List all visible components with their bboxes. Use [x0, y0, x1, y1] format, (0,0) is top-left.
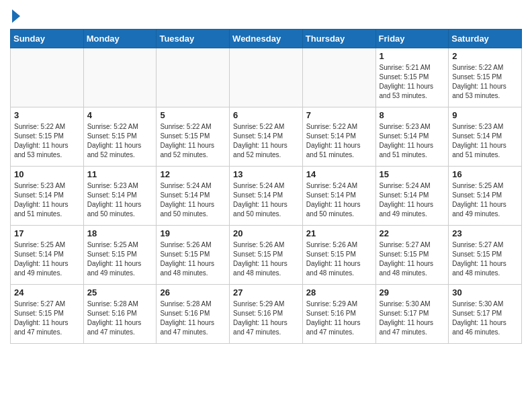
day-info: Sunrise: 5:22 AMSunset: 5:14 PMDaylight:… [306, 122, 372, 160]
calendar-cell [302, 48, 375, 107]
calendar-cell: 13Sunrise: 5:24 AMSunset: 5:14 PMDayligh… [230, 166, 303, 225]
day-info: Sunrise: 5:23 AMSunset: 5:14 PMDaylight:… [452, 122, 518, 160]
calendar-cell: 17Sunrise: 5:25 AMSunset: 5:14 PMDayligh… [11, 225, 84, 284]
calendar-table: SundayMondayTuesdayWednesdayThursdayFrid… [10, 29, 522, 344]
weekday-header-saturday: Saturday [449, 29, 522, 48]
day-number: 1 [380, 51, 445, 61]
day-info: Sunrise: 5:22 AMSunset: 5:15 PMDaylight:… [160, 122, 226, 160]
day-number: 23 [452, 228, 518, 238]
day-info: Sunrise: 5:28 AMSunset: 5:16 PMDaylight:… [160, 300, 226, 337]
calendar-cell: 26Sunrise: 5:28 AMSunset: 5:16 PMDayligh… [157, 284, 230, 343]
calendar-cell: 7Sunrise: 5:22 AMSunset: 5:14 PMDaylight… [302, 107, 375, 166]
header [10, 7, 522, 24]
calendar-cell: 9Sunrise: 5:23 AMSunset: 5:14 PMDaylight… [449, 107, 522, 166]
calendar-cell: 5Sunrise: 5:22 AMSunset: 5:15 PMDaylight… [157, 107, 230, 166]
day-number: 30 [452, 287, 518, 298]
day-info: Sunrise: 5:29 AMSunset: 5:16 PMDaylight:… [233, 300, 299, 337]
day-number: 20 [233, 228, 299, 238]
day-number: 4 [87, 110, 153, 120]
logo [10, 10, 20, 24]
day-number: 12 [160, 169, 226, 179]
weekday-header-wednesday: Wednesday [230, 29, 303, 48]
logo-icon [12, 9, 20, 23]
day-number: 5 [160, 110, 226, 120]
day-info: Sunrise: 5:30 AMSunset: 5:17 PMDaylight:… [380, 300, 445, 337]
day-info: Sunrise: 5:27 AMSunset: 5:15 PMDaylight:… [380, 240, 445, 278]
week-row-2: 3Sunrise: 5:22 AMSunset: 5:15 PMDaylight… [11, 107, 522, 166]
week-row-4: 17Sunrise: 5:25 AMSunset: 5:14 PMDayligh… [11, 225, 522, 284]
logo-area [10, 7, 20, 24]
day-info: Sunrise: 5:23 AMSunset: 5:14 PMDaylight:… [14, 181, 80, 219]
day-number: 25 [87, 287, 153, 298]
day-number: 29 [380, 287, 445, 298]
day-info: Sunrise: 5:25 AMSunset: 5:14 PMDaylight:… [452, 181, 518, 219]
day-number: 11 [87, 169, 153, 179]
day-number: 14 [306, 169, 372, 179]
day-info: Sunrise: 5:27 AMSunset: 5:15 PMDaylight:… [452, 240, 518, 278]
day-number: 13 [233, 169, 299, 179]
calendar-cell: 25Sunrise: 5:28 AMSunset: 5:16 PMDayligh… [83, 284, 157, 343]
day-info: Sunrise: 5:29 AMSunset: 5:16 PMDaylight:… [306, 300, 372, 337]
day-info: Sunrise: 5:22 AMSunset: 5:14 PMDaylight:… [233, 122, 299, 160]
calendar-cell: 19Sunrise: 5:26 AMSunset: 5:15 PMDayligh… [157, 225, 230, 284]
day-number: 24 [14, 287, 80, 298]
day-number: 7 [306, 110, 372, 120]
day-info: Sunrise: 5:24 AMSunset: 5:14 PMDaylight:… [160, 181, 226, 219]
day-info: Sunrise: 5:22 AMSunset: 5:15 PMDaylight:… [87, 122, 153, 160]
weekday-header-thursday: Thursday [302, 29, 375, 48]
weekday-header-friday: Friday [375, 29, 449, 48]
calendar-cell: 2Sunrise: 5:22 AMSunset: 5:15 PMDaylight… [449, 48, 522, 107]
day-number: 3 [14, 110, 80, 120]
calendar-cell: 24Sunrise: 5:27 AMSunset: 5:15 PMDayligh… [11, 284, 84, 343]
week-row-3: 10Sunrise: 5:23 AMSunset: 5:14 PMDayligh… [11, 166, 522, 225]
weekday-header-row: SundayMondayTuesdayWednesdayThursdayFrid… [11, 29, 522, 48]
calendar-cell: 16Sunrise: 5:25 AMSunset: 5:14 PMDayligh… [449, 166, 522, 225]
calendar-cell: 30Sunrise: 5:30 AMSunset: 5:17 PMDayligh… [449, 284, 522, 343]
day-number: 6 [233, 110, 299, 120]
day-info: Sunrise: 5:28 AMSunset: 5:16 PMDaylight:… [87, 300, 153, 337]
day-number: 9 [452, 110, 518, 120]
calendar-cell: 1Sunrise: 5:21 AMSunset: 5:15 PMDaylight… [375, 48, 449, 107]
day-number: 26 [160, 287, 226, 298]
calendar-cell: 10Sunrise: 5:23 AMSunset: 5:14 PMDayligh… [11, 166, 84, 225]
calendar-cell: 18Sunrise: 5:25 AMSunset: 5:15 PMDayligh… [83, 225, 157, 284]
page: SundayMondayTuesdayWednesdayThursdayFrid… [0, 0, 532, 354]
calendar-cell: 3Sunrise: 5:22 AMSunset: 5:15 PMDaylight… [11, 107, 84, 166]
calendar-cell: 28Sunrise: 5:29 AMSunset: 5:16 PMDayligh… [302, 284, 375, 343]
calendar-cell: 21Sunrise: 5:26 AMSunset: 5:15 PMDayligh… [302, 225, 375, 284]
day-number: 16 [452, 169, 518, 179]
calendar-cell: 27Sunrise: 5:29 AMSunset: 5:16 PMDayligh… [230, 284, 303, 343]
day-number: 27 [233, 287, 299, 298]
day-number: 2 [452, 51, 518, 61]
day-number: 8 [380, 110, 445, 120]
calendar-cell: 29Sunrise: 5:30 AMSunset: 5:17 PMDayligh… [375, 284, 449, 343]
week-row-1: 1Sunrise: 5:21 AMSunset: 5:15 PMDaylight… [11, 48, 522, 107]
day-info: Sunrise: 5:24 AMSunset: 5:14 PMDaylight:… [306, 181, 372, 219]
day-number: 22 [380, 228, 445, 238]
calendar-cell [230, 48, 303, 107]
day-number: 19 [160, 228, 226, 238]
day-info: Sunrise: 5:22 AMSunset: 5:15 PMDaylight:… [14, 122, 80, 160]
day-number: 17 [14, 228, 80, 238]
day-info: Sunrise: 5:27 AMSunset: 5:15 PMDaylight:… [14, 300, 80, 337]
calendar-cell: 4Sunrise: 5:22 AMSunset: 5:15 PMDaylight… [83, 107, 157, 166]
day-number: 18 [87, 228, 153, 238]
calendar-cell: 6Sunrise: 5:22 AMSunset: 5:14 PMDaylight… [230, 107, 303, 166]
day-info: Sunrise: 5:26 AMSunset: 5:15 PMDaylight:… [306, 240, 372, 278]
day-number: 28 [306, 287, 372, 298]
calendar-cell [11, 48, 84, 107]
calendar-cell: 12Sunrise: 5:24 AMSunset: 5:14 PMDayligh… [157, 166, 230, 225]
day-number: 15 [380, 169, 445, 179]
calendar-cell: 20Sunrise: 5:26 AMSunset: 5:15 PMDayligh… [230, 225, 303, 284]
calendar-cell: 11Sunrise: 5:23 AMSunset: 5:14 PMDayligh… [83, 166, 157, 225]
calendar-cell [83, 48, 157, 107]
day-info: Sunrise: 5:25 AMSunset: 5:15 PMDaylight:… [87, 240, 153, 278]
day-info: Sunrise: 5:30 AMSunset: 5:17 PMDaylight:… [452, 300, 518, 337]
day-info: Sunrise: 5:24 AMSunset: 5:14 PMDaylight:… [233, 181, 299, 219]
day-info: Sunrise: 5:23 AMSunset: 5:14 PMDaylight:… [87, 181, 153, 219]
day-info: Sunrise: 5:23 AMSunset: 5:14 PMDaylight:… [380, 122, 445, 160]
day-number: 21 [306, 228, 372, 238]
calendar-cell [157, 48, 230, 107]
calendar-cell: 22Sunrise: 5:27 AMSunset: 5:15 PMDayligh… [375, 225, 449, 284]
weekday-header-sunday: Sunday [11, 29, 84, 48]
